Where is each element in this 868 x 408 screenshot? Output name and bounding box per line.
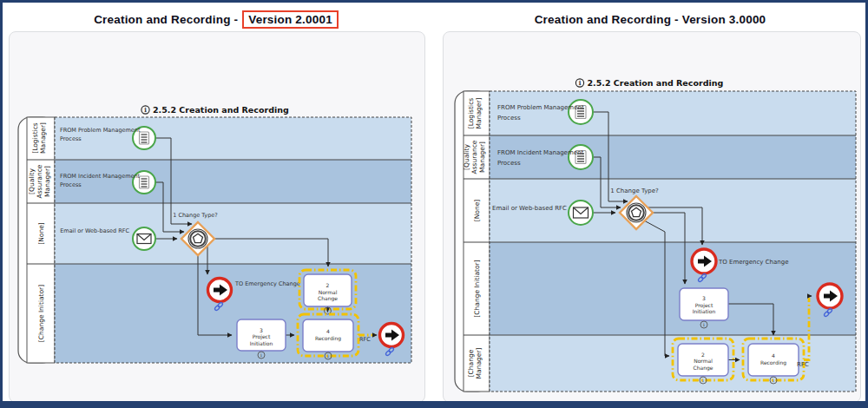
lane-label-text: Manager]: [475, 98, 483, 129]
task-recording[interactable]: 4 Recording: [748, 344, 799, 376]
lane-quality-assurance-manager: [490, 135, 856, 179]
link-event-rfc-out[interactable]: [818, 284, 842, 308]
lane-label-text: Manager]: [475, 348, 483, 379]
event-label: Process: [497, 115, 521, 122]
svg-text:i: i: [327, 308, 329, 313]
event-label: Process: [60, 181, 82, 188]
task-number: 2: [701, 352, 705, 358]
diagram-header: i 2.5.2 Creation and Recording: [141, 105, 289, 115]
left-diagram-panel: i 2.5.2 Creation and Recording [Logistic…: [9, 31, 425, 403]
right-bpmn-diagram: i 2.5.2 Creation and Recording [Logistic…: [444, 32, 860, 402]
task-number: 2: [326, 282, 330, 288]
lane-label-text: [Logistics: [31, 122, 39, 153]
svg-text:i: i: [703, 322, 705, 327]
lane-label-text: Assurance: [470, 140, 478, 174]
lane-label-text: [Change: [467, 349, 475, 377]
task-label: Initiation: [250, 340, 273, 346]
info-icon-glyph: i: [579, 79, 582, 87]
document-icon: [140, 132, 149, 144]
gateway-label: 1 Change Type?: [173, 212, 218, 219]
link-label: TO Emergency Change: [718, 259, 789, 266]
info-icon-glyph: i: [144, 106, 147, 114]
lane-label-text: [Change Initiator]: [473, 260, 481, 317]
task-normal-change[interactable]: 2 Normal Change: [304, 274, 352, 306]
left-panel-title: Creation and Recording - Version 2.0001: [6, 8, 426, 30]
task-number: 3: [260, 327, 263, 333]
link-label: RFC: [797, 361, 809, 368]
left-title-text: Creation and Recording -: [94, 13, 238, 26]
task-number: 4: [326, 328, 330, 334]
task-label: Recording: [315, 335, 341, 342]
diagram-title: 2.5.2 Creation and Recording: [153, 105, 289, 115]
task-project-initiation[interactable]: 3 Project Initiation: [237, 319, 286, 351]
right-title-text: Creation and Recording - Version 3.0000: [535, 13, 766, 26]
lane-label-text: Manager]: [478, 141, 486, 173]
task-normal-change[interactable]: 2 Normal Change: [678, 344, 728, 376]
link-label: TO Emergency Change: [234, 280, 300, 287]
task-number: 4: [772, 352, 775, 359]
envelope-icon: [574, 207, 589, 218]
start-event-email[interactable]: [569, 201, 593, 225]
task-label: Normal: [319, 289, 338, 295]
document-icon: [140, 176, 149, 188]
envelope-icon: [137, 234, 151, 244]
task-number: 3: [702, 295, 706, 301]
event-label: FROM Incident Management: [60, 173, 141, 180]
event-label: Process: [497, 160, 521, 167]
lane-label-text: Assurance: [36, 164, 43, 198]
lane-change-initiator: [55, 264, 411, 363]
task-label: Normal: [694, 358, 713, 364]
right-panel-title: Creation and Recording - Version 3.0000: [440, 8, 860, 30]
svg-text:i: i: [702, 378, 704, 383]
lane-label-text: Manager]: [43, 166, 51, 197]
task-label: Change: [318, 295, 338, 302]
left-title-version-highlight-box: Version 2.0001: [242, 10, 339, 29]
event-label: FROM Problem Management: [60, 127, 141, 134]
left-bpmn-diagram: i 2.5.2 Creation and Recording [Logistic…: [10, 32, 424, 402]
event-label: Email or Web-based RFC: [492, 205, 567, 212]
lane-label-text: [Quality: [463, 144, 470, 170]
lane-logistics-manager: [55, 117, 411, 160]
lane-label-text: [None]: [473, 200, 481, 221]
lane-label-text: [None]: [37, 222, 45, 244]
app-window: Creation and Recording - Version 2.0001 …: [0, 0, 868, 408]
link-event-rfc-out[interactable]: [380, 324, 404, 347]
task-label: Initiation: [693, 308, 716, 314]
link-event-emergency[interactable]: [692, 249, 716, 273]
task-recording[interactable]: 4 Recording: [303, 319, 353, 352]
gateway-label: 1 Change Type?: [610, 188, 659, 194]
lane-change-initiator: [490, 242, 856, 335]
event-label: FROM Incident Management: [497, 149, 583, 156]
lane-quality-assurance-manager: [55, 160, 411, 203]
lane-label-column: [464, 91, 490, 392]
link-label: RFC: [359, 336, 371, 343]
diagram-title: 2.5.2 Creation and Recording: [588, 78, 724, 88]
task-project-initiation[interactable]: 3 Project Initiation: [680, 288, 728, 320]
task-label: Change: [694, 365, 713, 372]
lane-label-text: [Logistics: [467, 98, 475, 128]
task-label: Recording: [760, 359, 786, 366]
lane-label-text: Manager]: [39, 122, 47, 154]
svg-text:i: i: [327, 353, 329, 359]
event-label: Process: [60, 135, 82, 142]
start-event-email[interactable]: [133, 227, 155, 250]
lane-label-text: [Change Initiator]: [37, 285, 45, 342]
event-label: FROM Problem Management: [497, 104, 584, 111]
lane-logistics-manager: [490, 91, 856, 135]
svg-text:i: i: [260, 352, 262, 358]
lane-label-text: [Quality: [28, 168, 36, 194]
event-label: Email or Web-based RFC: [60, 227, 129, 234]
right-diagram-panel: i 2.5.2 Creation and Recording [Logistic…: [443, 31, 861, 403]
diagram-header: i 2.5.2 Creation and Recording: [575, 78, 723, 88]
svg-text:i: i: [773, 378, 774, 383]
link-event-emergency[interactable]: [208, 279, 232, 302]
